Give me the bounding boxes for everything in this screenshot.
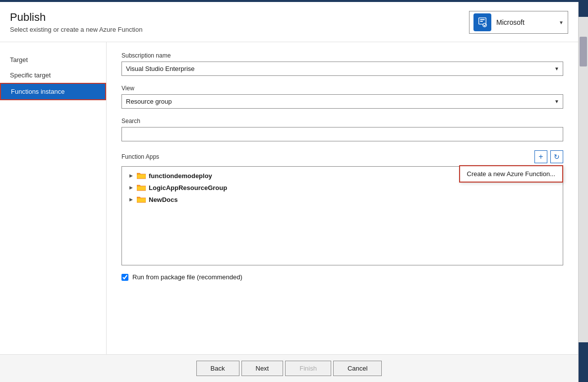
sidebar-item-specific-target[interactable]: Specific target bbox=[0, 67, 106, 83]
create-new-button[interactable]: + bbox=[534, 150, 547, 163]
view-select-wrapper: Resource group ▼ bbox=[121, 94, 563, 109]
sidebar-item-functions-instance[interactable]: Functions instance bbox=[0, 83, 106, 100]
view-field-group: View Resource group ▼ bbox=[121, 85, 563, 109]
next-button[interactable]: Next bbox=[241, 361, 284, 376]
scrollbar-thumb bbox=[580, 37, 587, 66]
tree-item-label-1: LogicAppResourceGroup bbox=[149, 184, 227, 191]
view-select[interactable]: Resource group bbox=[121, 94, 563, 109]
plus-icon: + bbox=[538, 152, 543, 161]
main-content: Publish Select existing or create a new … bbox=[0, 2, 578, 382]
checkbox-label[interactable]: Run from package file (recommended) bbox=[132, 273, 242, 281]
tree-item-label-0: functiondemodeploy bbox=[149, 172, 212, 180]
header-top: Publish Select existing or create a new … bbox=[10, 11, 568, 34]
left-nav: Target Specific target Functions instanc… bbox=[0, 42, 107, 354]
header-text: Publish Select existing or create a new … bbox=[10, 11, 142, 33]
checkbox-row: Run from package file (recommended) bbox=[121, 273, 563, 281]
function-apps-header: Function Apps + ↻ Create a new Azure Fun… bbox=[121, 150, 563, 163]
body-area: Target Specific target Functions instanc… bbox=[0, 42, 578, 354]
search-field-group: Search bbox=[121, 118, 563, 141]
account-name: Microsoft bbox=[496, 18, 555, 26]
dialog-header: Publish Select existing or create a new … bbox=[0, 2, 578, 42]
svg-rect-2 bbox=[480, 21, 483, 22]
table-row[interactable]: ▶ NewDocs bbox=[122, 193, 563, 205]
page-title: Publish bbox=[10, 11, 142, 24]
tree-item-label-2: NewDocs bbox=[149, 196, 178, 203]
search-label: Search bbox=[121, 118, 563, 125]
subscription-select-wrapper: Visual Studio Enterprise ▼ bbox=[121, 62, 563, 76]
folder-icon-0 bbox=[137, 172, 146, 179]
expand-icon-2: ▶ bbox=[127, 195, 135, 203]
subscription-label: Subscription name bbox=[121, 52, 563, 59]
subscription-select[interactable]: Visual Studio Enterprise bbox=[121, 62, 563, 76]
account-icon bbox=[473, 13, 491, 31]
sidebar-scrollbar[interactable] bbox=[579, 17, 588, 342]
run-from-package-checkbox[interactable] bbox=[121, 274, 128, 281]
sidebar-bottom-strip bbox=[579, 342, 588, 382]
sidebar-top-strip bbox=[579, 2, 588, 17]
right-sidebar bbox=[578, 2, 588, 382]
sidebar-item-target[interactable]: Target bbox=[0, 52, 106, 67]
create-tooltip-text: Create a new Azure Function... bbox=[467, 170, 555, 178]
create-tooltip[interactable]: Create a new Azure Function... bbox=[459, 165, 563, 183]
folder-icon-1 bbox=[137, 184, 146, 191]
account-selector[interactable]: Microsoft ▼ bbox=[469, 11, 568, 34]
page-subtitle: Select existing or create a new Azure Fu… bbox=[10, 26, 142, 33]
function-apps-actions: + ↻ Create a new Azure Function... bbox=[534, 150, 563, 163]
expand-icon-0: ▶ bbox=[127, 172, 135, 180]
back-button[interactable]: Back bbox=[196, 361, 239, 376]
finish-button[interactable]: Finish bbox=[285, 361, 331, 376]
subscription-field-group: Subscription name Visual Studio Enterpri… bbox=[121, 52, 563, 76]
function-apps-section: Function Apps + ↻ Create a new Azure Fun… bbox=[121, 150, 563, 265]
dialog-wrapper: Publish Select existing or create a new … bbox=[0, 2, 588, 382]
function-apps-label: Function Apps bbox=[121, 153, 159, 160]
svg-rect-1 bbox=[480, 19, 484, 20]
folder-icon-2 bbox=[137, 196, 146, 203]
table-row[interactable]: ▶ LogicAppResourceGroup bbox=[122, 182, 563, 193]
bottom-bar: Back Next Finish Cancel bbox=[0, 354, 578, 382]
cancel-button[interactable]: Cancel bbox=[333, 361, 382, 376]
view-label: View bbox=[121, 85, 563, 92]
expand-icon-1: ▶ bbox=[127, 184, 135, 191]
right-panel: Subscription name Visual Studio Enterpri… bbox=[107, 42, 578, 354]
refresh-button[interactable]: ↻ bbox=[550, 150, 563, 163]
account-dropdown-arrow: ▼ bbox=[559, 20, 564, 25]
refresh-icon: ↻ bbox=[554, 153, 560, 161]
search-input[interactable] bbox=[121, 127, 563, 141]
